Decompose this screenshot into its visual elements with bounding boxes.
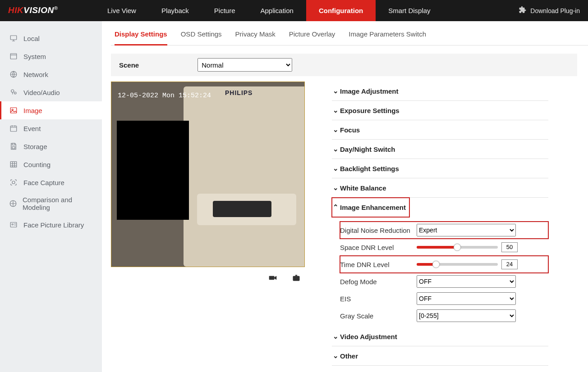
image-enhancement-body: Digital Noise Reduction Expert Space DNR… — [332, 217, 548, 327]
sidebar-item-label: Image — [23, 107, 42, 114]
mic-icon — [9, 88, 18, 97]
row-eis: EIS OFF — [340, 290, 548, 307]
nav-smart-display[interactable]: Smart Display — [376, 0, 443, 21]
time-dnr-value[interactable]: 24 — [501, 259, 518, 269]
panel-title: Other — [340, 352, 358, 360]
svg-rect-10 — [10, 162, 17, 167]
nav-live-view[interactable]: Live View — [95, 0, 149, 21]
save-icon — [9, 142, 18, 151]
preview-monitor-shape — [184, 86, 305, 267]
sidebar-item-label: Face Picture Library — [23, 221, 84, 229]
brand-reg: ® — [54, 5, 58, 11]
panel-title: Backlight Settings — [340, 165, 399, 172]
svg-rect-8 — [12, 143, 15, 145]
panel-video-adjustment[interactable]: ⌄Video Adjustment — [332, 327, 548, 346]
brand-logo: HIKVISION® — [0, 5, 95, 15]
nav-application[interactable]: Application — [248, 0, 306, 21]
dnr-label: Digital Noise Reduction — [340, 227, 417, 234]
sidebar-item-comparison[interactable]: Comparison and Modeling — [0, 191, 102, 216]
sidebar-item-image[interactable]: Image — [0, 101, 102, 119]
panel-image-adjustment[interactable]: ⌄Image Adjustment — [332, 82, 548, 101]
video-preview: 12-05-2022 Mon 15:52:24 PHILIPS — [111, 82, 305, 267]
sidebar-item-label: Video/Audio — [23, 89, 60, 96]
svg-point-11 — [12, 181, 15, 184]
gray-select[interactable]: [0-255] — [417, 309, 516, 322]
panel-day-night[interactable]: ⌄Day/Night Switch — [332, 140, 548, 159]
scene-bar: Scene Normal — [111, 54, 577, 76]
chevron-down-icon: ⌄ — [333, 126, 338, 134]
sidebar-item-storage[interactable]: Storage — [0, 137, 102, 155]
preview-port-shape — [213, 201, 271, 217]
scene-select[interactable]: Normal — [198, 58, 292, 72]
download-plugin-link[interactable]: Download Plug-in — [519, 6, 588, 15]
subtab-picture-overlay[interactable]: Picture Overlay — [289, 27, 335, 45]
sidebar-item-local[interactable]: Local — [0, 29, 102, 47]
panel-white-balance[interactable]: ⌄White Balance — [332, 178, 548, 198]
brand-vision: VISION — [23, 6, 54, 15]
sidebar-item-label: Counting — [23, 161, 51, 168]
svg-point-17 — [295, 277, 298, 280]
sidebar-item-label: Comparison and Modeling — [23, 196, 93, 211]
subtab-privacy-mask[interactable]: Privacy Mask — [235, 27, 276, 45]
preview-device-label: PHILIPS — [225, 89, 253, 96]
sidebar-item-counting[interactable]: Counting — [0, 155, 102, 173]
panel-exposure-settings[interactable]: ⌄Exposure Settings — [332, 101, 548, 120]
face-icon — [9, 178, 18, 187]
chevron-down-icon: ⌄ — [333, 106, 338, 114]
sidebar-item-face-library[interactable]: Face Picture Library — [0, 216, 102, 234]
sidebar: Local System Network Video/Audio Image E… — [0, 21, 102, 372]
nav-picture[interactable]: Picture — [202, 0, 248, 21]
defog-select[interactable]: OFF — [417, 275, 516, 288]
svg-rect-0 — [10, 36, 17, 40]
sidebar-item-network[interactable]: Network — [0, 65, 102, 83]
time-dnr-slider[interactable] — [417, 263, 498, 266]
subtab-display-settings[interactable]: Display Settings — [115, 27, 167, 45]
subtab-osd-settings[interactable]: OSD Settings — [181, 27, 222, 45]
puzzle-icon — [519, 6, 527, 15]
chevron-down-icon: ⌄ — [333, 164, 338, 172]
sidebar-item-system[interactable]: System — [0, 47, 102, 65]
record-icon[interactable] — [268, 273, 278, 284]
chevron-down-icon: ⌄ — [333, 352, 338, 360]
preview-mask-box — [117, 121, 189, 220]
dnr-select[interactable]: Expert — [417, 224, 516, 236]
panel-title: White Balance — [340, 184, 386, 192]
brand-hik: HIK — [8, 6, 23, 15]
panel-title: Exposure Settings — [340, 107, 400, 114]
space-dnr-value[interactable]: 50 — [501, 242, 518, 252]
svg-rect-13 — [10, 222, 17, 227]
sidebar-item-event[interactable]: Event — [0, 119, 102, 137]
row-digital-noise-reduction: Digital Noise Reduction Expert — [340, 222, 548, 239]
compare-icon — [9, 199, 17, 208]
image-icon — [9, 106, 18, 115]
snapshot-icon[interactable] — [291, 273, 301, 284]
svg-point-4 — [14, 92, 17, 94]
sub-tabs: Display Settings OSD Settings Privacy Ma… — [111, 27, 588, 45]
row-time-dnr: Time DNR Level 24 — [340, 256, 548, 273]
panel-title: Focus — [340, 126, 360, 134]
nav-playback[interactable]: Playback — [149, 0, 202, 21]
chevron-down-icon: ⌄ — [333, 145, 338, 153]
sidebar-item-video-audio[interactable]: Video/Audio — [0, 83, 102, 101]
panel-backlight[interactable]: ⌄Backlight Settings — [332, 159, 548, 178]
panel-image-enhancement[interactable]: ⌃Image Enhancement — [332, 198, 409, 217]
row-gray-scale: Gray Scale [0-255] — [340, 307, 548, 324]
scene-label: Scene — [119, 61, 139, 69]
svg-rect-15 — [269, 276, 275, 280]
panel-other[interactable]: ⌄Other — [332, 346, 548, 366]
panel-title: Image Enhancement — [340, 204, 406, 211]
panel-title: Day/Night Switch — [340, 145, 395, 153]
sidebar-item-label: Local — [23, 35, 40, 42]
sidebar-item-face-capture[interactable]: Face Capture — [0, 173, 102, 191]
download-plugin-label: Download Plug-in — [530, 7, 580, 14]
panel-focus[interactable]: ⌄Focus — [332, 120, 548, 140]
chevron-up-icon: ⌃ — [333, 203, 338, 211]
content-area: Display Settings OSD Settings Privacy Ma… — [102, 21, 588, 372]
sidebar-item-label: Network — [23, 71, 48, 78]
space-dnr-slider[interactable] — [417, 246, 498, 249]
subtab-image-params-switch[interactable]: Image Parameters Switch — [349, 27, 426, 45]
nav-configuration[interactable]: Configuration — [306, 0, 376, 21]
sidebar-item-label: Storage — [23, 143, 47, 150]
top-nav-tabs: Live View Playback Picture Application C… — [95, 0, 443, 21]
eis-select[interactable]: OFF — [417, 292, 516, 305]
